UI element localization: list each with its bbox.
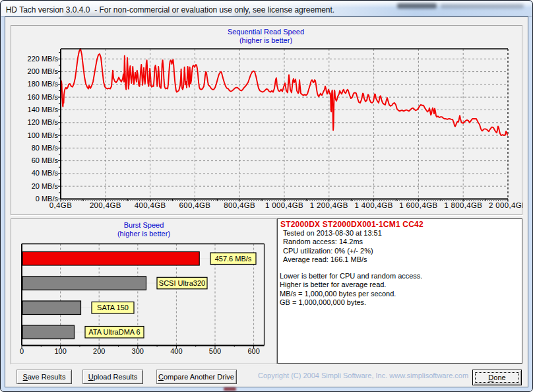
svg-text:1 200,4GB: 1 200,4GB bbox=[310, 201, 348, 209]
svg-text:600,4GB: 600,4GB bbox=[179, 201, 210, 209]
svg-text:20 MB/s: 20 MB/s bbox=[32, 182, 59, 190]
svg-text:SATA 150: SATA 150 bbox=[97, 304, 129, 311]
svg-text:1 000,4GB: 1 000,4GB bbox=[265, 201, 303, 209]
svg-text:1 800,4GB: 1 800,4GB bbox=[444, 201, 482, 209]
svg-text:400,4GB: 400,4GB bbox=[135, 201, 166, 209]
svg-text:160 MB/s: 160 MB/s bbox=[28, 93, 59, 101]
svg-text:457.6 MB/s: 457.6 MB/s bbox=[215, 255, 252, 263]
svg-text:100: 100 bbox=[54, 347, 66, 355]
svg-text:60 MB/s: 60 MB/s bbox=[32, 156, 59, 164]
svg-text:SCSI Ultra320: SCSI Ultra320 bbox=[159, 279, 205, 287]
svg-text:1 600,4GB: 1 600,4GB bbox=[399, 201, 437, 209]
svg-text:0,4GB: 0,4GB bbox=[49, 201, 72, 209]
svg-text:1 400,4GB: 1 400,4GB bbox=[355, 201, 393, 209]
svg-text:300: 300 bbox=[132, 347, 144, 355]
svg-text:200,4GB: 200,4GB bbox=[90, 201, 121, 209]
svg-text:200 MB/s: 200 MB/s bbox=[28, 67, 59, 75]
svg-text:140 MB/s: 140 MB/s bbox=[28, 106, 59, 114]
svg-text:ATA UltraDMA 6: ATA UltraDMA 6 bbox=[88, 328, 140, 336]
svg-text:120 MB/s: 120 MB/s bbox=[28, 118, 59, 126]
svg-text:220 MB/s: 220 MB/s bbox=[28, 55, 59, 63]
svg-text:0: 0 bbox=[20, 347, 24, 355]
svg-text:500: 500 bbox=[209, 347, 221, 355]
svg-text:40 MB/s: 40 MB/s bbox=[32, 169, 59, 177]
svg-text:100 MB/s: 100 MB/s bbox=[28, 131, 59, 139]
svg-text:180 MB/s: 180 MB/s bbox=[28, 80, 59, 88]
svg-text:80 MB/s: 80 MB/s bbox=[32, 144, 59, 152]
svg-text:400: 400 bbox=[170, 347, 182, 355]
svg-text:200: 200 bbox=[93, 347, 105, 355]
svg-text:600: 600 bbox=[247, 347, 259, 355]
svg-text:2 000,4GB: 2 000,4GB bbox=[489, 201, 527, 209]
svg-text:800,4GB: 800,4GB bbox=[224, 201, 255, 209]
